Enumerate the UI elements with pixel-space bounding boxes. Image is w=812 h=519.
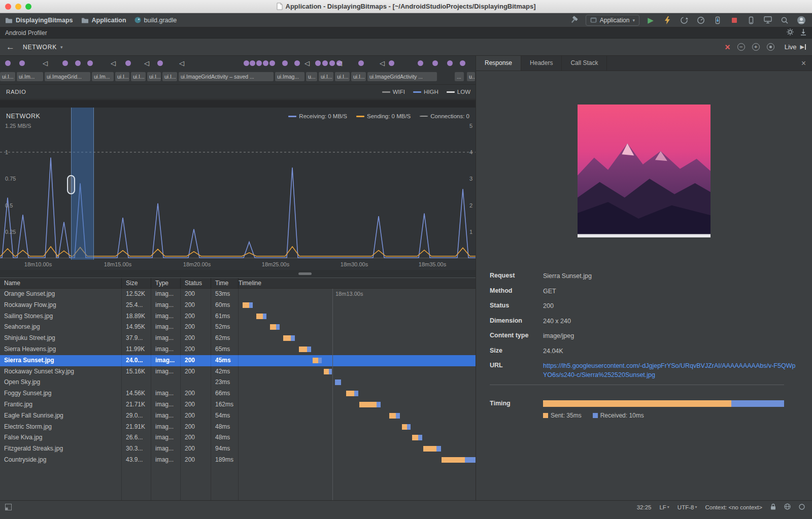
selection-handle[interactable] bbox=[67, 175, 75, 194]
table-row[interactable]: Electric Storm.jpg21.91Kimag...20048ms bbox=[0, 422, 476, 433]
timing-sent-bar bbox=[543, 400, 731, 407]
table-row[interactable]: Shinjuku Street.jpg37.9...imag...20062ms bbox=[0, 333, 476, 344]
cell-time: 61ms bbox=[211, 311, 239, 322]
table-row[interactable]: Foggy Sunset.jpg14.56Kimag...20066ms bbox=[0, 388, 476, 399]
sent-bar bbox=[299, 347, 307, 352]
build-hammer-icon[interactable] bbox=[569, 15, 580, 26]
column-header-size[interactable]: Size bbox=[122, 278, 151, 288]
stop-icon[interactable] bbox=[729, 15, 740, 26]
chevron-down-icon: ▾ bbox=[667, 505, 669, 509]
axis-tick-label: 1 bbox=[5, 149, 8, 155]
install-icon[interactable] bbox=[712, 15, 723, 26]
table-row[interactable]: Eagle Fall Sunrise.jpg29.0...imag...2005… bbox=[0, 410, 476, 422]
table-row[interactable]: False Kiva.jpg26.6...imag...20048ms bbox=[0, 432, 476, 443]
table-row[interactable]: Orange Sunset.jpg12.52Kimag...20053ms bbox=[0, 289, 476, 300]
sent-bar bbox=[389, 413, 396, 419]
apply-changes-icon[interactable] bbox=[662, 15, 673, 26]
line-separator-label: LF bbox=[659, 504, 666, 510]
table-row[interactable]: Sierra Heavens.jpg11.99Kimag...20065ms bbox=[0, 344, 476, 355]
close-panel-icon[interactable]: × bbox=[801, 56, 806, 71]
request-timeline-bar bbox=[313, 358, 322, 363]
cell-size: 21.71K bbox=[122, 399, 151, 410]
window-title-text: Application - DisplayingBitmaps - [~/And… bbox=[286, 3, 536, 10]
sync-icon[interactable] bbox=[679, 15, 690, 26]
cell-timeline bbox=[239, 388, 476, 399]
table-row[interactable]: Open Sky.jpg23ms bbox=[0, 377, 476, 388]
fullscreen-window-button[interactable] bbox=[25, 4, 31, 10]
sent-bar bbox=[359, 402, 377, 407]
avd-manager-icon[interactable] bbox=[762, 15, 773, 26]
cell-status: 200 bbox=[181, 322, 211, 333]
table-row[interactable]: Rockaway Flow.jpg25.4...imag...20060ms bbox=[0, 300, 476, 311]
search-everywhere-icon[interactable] bbox=[779, 15, 790, 26]
table-row[interactable]: Sierra Sunset.jpg24.0...imag...20045ms bbox=[0, 355, 476, 366]
column-header-name[interactable]: Name bbox=[0, 278, 122, 288]
end-session-button[interactable]: × bbox=[725, 43, 730, 52]
cell-time: 189ms bbox=[211, 455, 239, 466]
web-icon[interactable] bbox=[784, 503, 791, 511]
activity-marker-icon: ◁ bbox=[179, 59, 184, 67]
device-explorer-icon[interactable] bbox=[746, 15, 757, 26]
cell-size: 29.0... bbox=[122, 410, 151, 422]
tab-response[interactable]: Response bbox=[476, 56, 521, 71]
network-chart[interactable]: NETWORK Receiving: 0 MB/SSending: 0 MB/S… bbox=[0, 108, 476, 260]
line-separator-select[interactable]: LF ▾ bbox=[659, 504, 669, 510]
legend-swatch bbox=[593, 413, 598, 418]
settings-gear-icon[interactable] bbox=[787, 28, 794, 38]
breadcrumb-project[interactable]: DisplayingBitmaps bbox=[5, 17, 73, 24]
zoom-in-button[interactable]: + bbox=[752, 43, 760, 51]
cell-type: imag... bbox=[151, 455, 181, 466]
request-timeline-bar bbox=[442, 457, 476, 463]
reset-zoom-button[interactable] bbox=[767, 43, 774, 51]
document-icon bbox=[277, 3, 283, 10]
table-row[interactable]: Frantic.jpg21.71Kimag...200162ms bbox=[0, 399, 476, 410]
cell-type: imag... bbox=[151, 443, 181, 455]
caret-position[interactable]: 32:25 bbox=[637, 504, 652, 510]
legend-item: Received: 10ms bbox=[593, 412, 644, 419]
back-button[interactable]: ← bbox=[6, 42, 15, 52]
user-avatar[interactable] bbox=[796, 15, 807, 26]
column-header-time[interactable]: Time bbox=[211, 278, 239, 288]
toolwindow-toggle-icon[interactable] bbox=[5, 503, 12, 512]
table-row[interactable]: Seahorse.jpg14.95Kimag...20052ms bbox=[0, 322, 476, 333]
legend-swatch bbox=[413, 91, 421, 93]
cell-size: 21.91K bbox=[122, 422, 151, 433]
event-dot bbox=[62, 60, 68, 66]
cell-size: 43.9... bbox=[122, 455, 151, 466]
run-button[interactable]: ▶ bbox=[645, 15, 656, 26]
zoom-out-button[interactable]: − bbox=[737, 43, 745, 51]
tab-headers[interactable]: Headers bbox=[521, 56, 562, 71]
live-control[interactable]: Live ▶ bbox=[785, 43, 806, 51]
close-window-button[interactable] bbox=[5, 4, 11, 10]
cell-time: 48ms bbox=[211, 432, 239, 443]
chart-selection[interactable] bbox=[71, 108, 94, 260]
url-link[interactable]: https://lh5.googleusercontent.com/-dJgje… bbox=[543, 362, 803, 379]
context-widget[interactable]: Context: <no context> bbox=[705, 504, 762, 510]
table-row[interactable]: Sailing Stones.jpg18.89Kimag...20061ms bbox=[0, 311, 476, 322]
breadcrumb-module[interactable]: Application bbox=[81, 17, 126, 24]
breadcrumb-label: Application bbox=[92, 17, 126, 24]
table-row[interactable]: Countryside.jpg43.9...imag...200189ms bbox=[0, 455, 476, 466]
column-header-type[interactable]: Type bbox=[151, 278, 181, 288]
table-row[interactable]: Rockaway Sunset Sky.jpg15.16Kimag...2004… bbox=[0, 366, 476, 377]
run-config-select[interactable]: Application ▾ bbox=[586, 15, 639, 26]
tab-call-stack[interactable]: Call Stack bbox=[562, 56, 607, 71]
horizontal-scrollbar[interactable] bbox=[0, 270, 476, 278]
column-header-timeline[interactable]: Timeline bbox=[239, 278, 476, 288]
scrollbar-thumb[interactable] bbox=[298, 272, 312, 275]
column-header-status[interactable]: Status bbox=[181, 278, 211, 288]
cell-timeline bbox=[239, 399, 476, 410]
lock-icon[interactable] bbox=[770, 503, 776, 511]
indicator-circle-icon[interactable] bbox=[799, 504, 805, 511]
profiler-icon[interactable] bbox=[695, 15, 706, 26]
minimize-window-button[interactable] bbox=[15, 4, 21, 10]
detail-field: Status200 bbox=[490, 302, 803, 311]
cell-name: Sierra Heavens.jpg bbox=[0, 344, 122, 355]
android-studio-window: Application - DisplayingBitmaps - [~/And… bbox=[0, 0, 812, 519]
hide-tool-window-icon[interactable] bbox=[800, 28, 807, 38]
table-row[interactable]: Fitzgerald Streaks.jpg30.3...imag...2009… bbox=[0, 443, 476, 455]
encoding-select[interactable]: UTF-8 ▾ bbox=[678, 504, 697, 510]
event-dot bbox=[418, 60, 423, 66]
profiler-view-select[interactable]: NETWORK ▾ bbox=[23, 44, 63, 51]
breadcrumb-file[interactable]: build.gradle bbox=[134, 17, 177, 24]
